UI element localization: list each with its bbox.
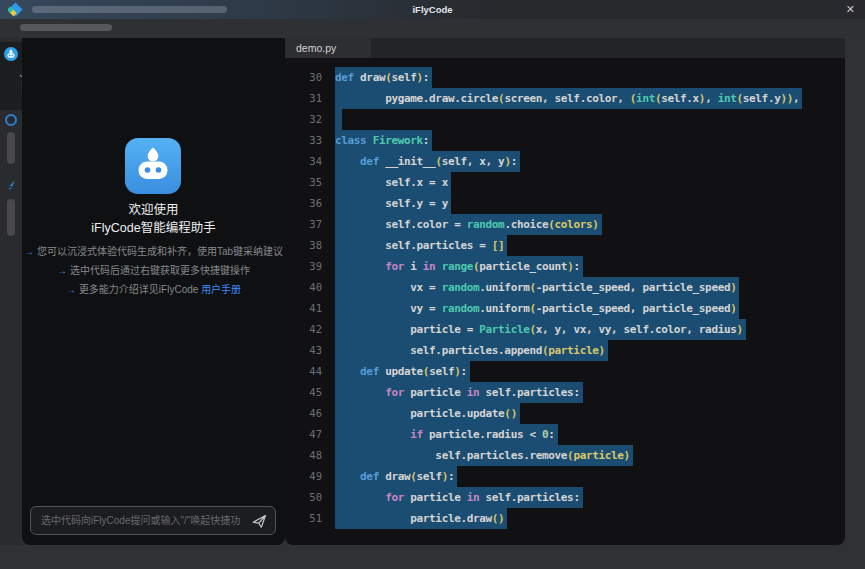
sidebar-item-iflycode[interactable]: iFlyCode — [0, 42, 22, 110]
line-number: 47 — [285, 424, 322, 445]
code-line[interactable]: 40 vx = random.uniform(-particle_speed, … — [285, 277, 845, 298]
editor-tab-bar: demo.py — [285, 38, 845, 58]
code-line[interactable]: 42 particle = Particle(x, y, vx, vy, sel… — [285, 319, 845, 340]
code-line[interactable]: 50 for particle in self.particles: — [285, 487, 845, 508]
editor-pane: demo.py 30def draw(self):31 pygame.draw.… — [285, 38, 845, 545]
code-line[interactable]: 36 self.y = y — [285, 193, 845, 214]
selected-code-text: particle = Particle(x, y, vx, vy, self.c… — [335, 319, 746, 340]
code-line[interactable]: 33class Firework: — [285, 130, 845, 151]
welcome-title-line2: iFlyCode智能编程助手 — [22, 217, 285, 236]
prompt-input[interactable] — [31, 507, 241, 534]
tip-text: 更多能力介绍详见iFlyCode — [79, 284, 201, 295]
line-number: 49 — [285, 466, 322, 487]
arrow-icon: → — [66, 284, 76, 295]
selected-code-text: particle.update() — [335, 403, 520, 424]
tip-item: →更多能力介绍详见iFlyCode 用户手册 — [22, 280, 285, 299]
code-line[interactable]: 37 self.color = random.choice(colors) — [285, 214, 845, 235]
line-number: 48 — [285, 445, 322, 466]
code-line[interactable]: 46 particle.update() — [285, 403, 845, 424]
selected-code-text: def draw(self): — [335, 67, 432, 88]
selected-code-text: pygame.draw.circle(screen, self.color, (… — [335, 88, 802, 109]
code-line[interactable]: 34 def __init__(self, x, y): — [285, 151, 845, 172]
selected-code-text: vx = random.uniform(-particle_speed, par… — [335, 277, 739, 298]
arrow-icon: → — [57, 265, 67, 276]
selected-code-text: for i in range(particle_count): — [335, 256, 583, 277]
selected-code-text: if particle.radius < 0: — [335, 424, 558, 445]
code-line[interactable]: 49 def draw(self): — [285, 466, 845, 487]
line-number: 41 — [285, 298, 322, 319]
selected-code-text: self.x = x — [335, 172, 451, 193]
tip-item: →选中代码后通过右键获取更多快捷键操作 — [22, 261, 285, 280]
selected-code-text: self.y = y — [335, 193, 451, 214]
selected-code-text: def update(self): — [335, 361, 470, 382]
toolbar-blurred — [20, 24, 112, 31]
code-line[interactable]: 32 — [285, 109, 845, 130]
selected-code-text: class Firework: — [335, 130, 432, 151]
code-area[interactable]: 30def draw(self):31 pygame.draw.circle(s… — [285, 58, 845, 545]
selected-code-text: vy = random.uniform(-particle_speed, par… — [335, 298, 739, 319]
line-number: 51 — [285, 508, 322, 529]
sidebar-blurred-label — [7, 132, 15, 164]
code-line[interactable]: 51 particle.draw() — [285, 508, 845, 529]
selected-code-text: particle.draw() — [335, 508, 507, 529]
circle-outline-icon[interactable] — [5, 114, 17, 126]
prompt-input-container — [30, 506, 276, 535]
iflycode-robot-icon — [4, 47, 18, 61]
tips-list: →您可以沉浸式体验代码生成和补齐，使用Tab键采纳建议 →选中代码后通过右键获取… — [22, 242, 285, 299]
code-line[interactable]: 44 def update(self): — [285, 361, 845, 382]
code-line[interactable]: 30def draw(self): — [285, 67, 845, 88]
code-line[interactable]: 35 self.x = x — [285, 172, 845, 193]
line-number: 42 — [285, 319, 322, 340]
title-bar: iFlyCode ✕ — [0, 0, 865, 19]
line-number: 44 — [285, 361, 322, 382]
selected-code-text: def __init__(self, x, y): — [335, 151, 520, 172]
line-number: 38 — [285, 235, 322, 256]
arrow-icon: → — [24, 246, 34, 257]
assistant-panel: 欢迎使用 iFlyCode智能编程助手 →您可以沉浸式体验代码生成和补齐，使用T… — [22, 38, 285, 545]
iflycode-app-icon — [125, 138, 181, 194]
line-number: 46 — [285, 403, 322, 424]
line-number: 31 — [285, 88, 322, 109]
line-number: 36 — [285, 193, 322, 214]
close-icon[interactable]: ✕ — [843, 0, 858, 19]
selected-code-text: def draw(self): — [335, 466, 457, 487]
code-line[interactable]: 31 pygame.draw.circle(screen, self.color… — [285, 88, 845, 109]
selected-code-text: for particle in self.particles: — [335, 382, 583, 403]
spark-icon[interactable] — [4, 178, 18, 192]
selected-code-text: for particle in self.particles: — [335, 487, 583, 508]
code-line[interactable]: 47 if particle.radius < 0: — [285, 424, 845, 445]
user-manual-link[interactable]: 用户手册 — [201, 284, 241, 295]
code-line[interactable]: 45 for particle in self.particles: — [285, 382, 845, 403]
selected-code-text: self.particles.remove(particle) — [335, 445, 633, 466]
line-number: 32 — [285, 109, 322, 130]
line-number: 35 — [285, 172, 322, 193]
welcome-title-line1: 欢迎使用 — [22, 199, 285, 218]
sidebar-blurred-label — [7, 199, 15, 236]
tab-demo-py[interactable]: demo.py — [285, 38, 371, 58]
activity-bar: iFlyCode — [0, 38, 22, 545]
tip-item: →您可以沉浸式体验代码生成和补齐，使用Tab键采纳建议 — [22, 242, 285, 261]
line-number: 30 — [285, 67, 322, 88]
tip-text: 选中代码后通过右键获取更多快捷键操作 — [70, 265, 250, 276]
line-number: 40 — [285, 277, 322, 298]
selected-code-text: self.color = random.choice(colors) — [335, 214, 602, 235]
send-icon[interactable] — [252, 514, 267, 529]
code-line[interactable]: 43 self.particles.append(particle) — [285, 340, 845, 361]
code-line[interactable]: 38 self.particles = [] — [285, 235, 845, 256]
selected-code-text — [335, 109, 342, 130]
code-line[interactable]: 39 for i in range(particle_count): — [285, 256, 845, 277]
line-number: 45 — [285, 382, 322, 403]
selected-code-text: self.particles.append(particle) — [335, 340, 608, 361]
window-title: iFlyCode — [0, 0, 865, 19]
line-number: 43 — [285, 340, 322, 361]
code-line[interactable]: 41 vy = random.uniform(-particle_speed, … — [285, 298, 845, 319]
code-line[interactable]: 48 self.particles.remove(particle) — [285, 445, 845, 466]
line-number: 50 — [285, 487, 322, 508]
selected-code-text: self.particles = [] — [335, 235, 507, 256]
tip-text: 您可以沉浸式体验代码生成和补齐，使用Tab键采纳建议 — [37, 246, 283, 257]
line-number: 34 — [285, 151, 322, 172]
line-number: 37 — [285, 214, 322, 235]
line-number: 33 — [285, 130, 322, 151]
line-number: 39 — [285, 256, 322, 277]
toolbar-row — [0, 19, 865, 38]
